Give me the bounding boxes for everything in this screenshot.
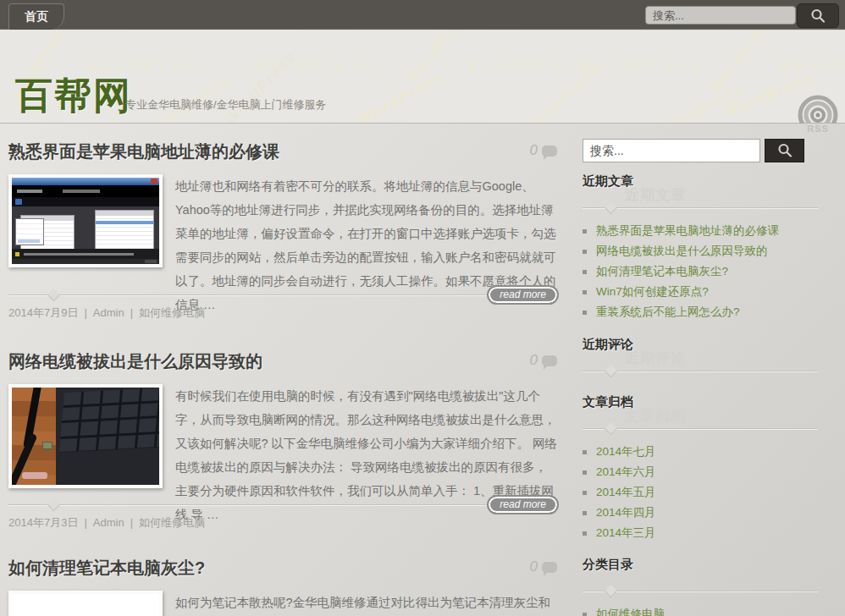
post-date: 2014年7月3日 [8,516,78,529]
rss-label: RSS [796,124,840,134]
post-meta: 2014年7月3日|Admin|如何维修电脑 [8,515,205,531]
square-bullet-icon [583,250,587,254]
comment-count-group[interactable]: 0 [530,558,557,575]
nav-tab-home[interactable]: 首页 [8,3,64,30]
square-bullet-icon [583,531,587,536]
widget-divider [583,428,818,429]
list-item: Win7如何创建还原点? [583,282,818,302]
widget-title: 近期文章 [583,173,818,190]
list-item: 2014年五月 [583,482,818,503]
post-article: 网络电缆被拔出是什么原因导致的 0 有时候我们在使用电脑的时候，有没有遇到"网络… [8,345,559,548]
list-item: 如何清理笔记本电脑灰尘? [583,261,818,282]
post-author-link[interactable]: Admin [93,306,124,319]
square-bullet-icon [583,613,587,616]
search-icon [809,8,826,25]
topbar-search-button[interactable] [797,3,839,28]
post-title-link[interactable]: 熟悉界面是苹果电脑地址薄的必修课 [8,135,279,163]
wordpress-watermark: WordPress [709,30,779,96]
widget-archives: 文章归档 文章归档 2014年七月 2014年六月 2014年五月 2014年四… [583,394,818,410]
rss-icon [796,93,840,124]
keyboard-photo-mock [12,388,159,485]
widget-divider [583,591,818,591]
recent-post-link[interactable]: 如何清理笔记本电脑灰尘? [596,264,728,279]
read-more-button[interactable]: read more [487,285,559,305]
square-bullet-icon [583,450,587,454]
post-divider: read more [8,294,559,295]
archive-link[interactable]: 2014年四月 [596,505,656,520]
post-thumbnail[interactable] [8,174,163,267]
wordpress-watermark: WordPress [356,69,448,124]
rss-link[interactable]: RSS [796,93,840,137]
post-author-link[interactable]: Admin [93,516,124,529]
nav-tab-home-label: 首页 [25,9,48,25]
archive-link[interactable]: 2014年六月 [596,465,656,480]
post-title-link[interactable]: 如何清理笔记本电脑灰尘? [8,552,205,580]
post-date: 2014年7月9日 [8,306,78,319]
widget-title: 近期评论 [583,337,818,353]
recent-post-link[interactable]: 重装系统后不能上网怎么办? [596,305,740,320]
post-category-link[interactable]: 如何维修电脑 [139,516,205,529]
square-bullet-icon [583,229,587,234]
post-title-link[interactable]: 网络电缆被拔出是什么原因导致的 [8,345,262,373]
widget-title: 文章归档 [583,394,818,410]
wordpress-watermark: WordPress [404,30,479,86]
divider-notch [605,585,618,598]
meta-separator: | [130,306,133,319]
sidebar-search-button[interactable] [765,139,804,162]
top-bar: 首页 [0,0,845,30]
square-bullet-icon [583,311,587,315]
list-item: 重装系统后不能上网怎么办? [583,302,818,322]
divider-notch [605,365,618,378]
comment-count: 0 [530,352,538,369]
wordpress-watermark: WordPress [254,58,378,74]
post-article: 熟悉界面是苹果电脑地址薄的必修课 0 地址簿也和网络有着密不可分的联系。将地址簿… [8,135,559,338]
square-bullet-icon [583,290,587,294]
comment-bubble-icon [542,355,557,366]
widget-divider [583,371,818,371]
recent-post-link[interactable]: Win7如何创建还原点? [596,284,709,300]
comment-count-group[interactable]: 0 [530,352,557,369]
post-thumbnail[interactable] [8,384,163,488]
post-meta: 2014年7月9日|Admin|如何维修电脑 [8,305,205,321]
archive-link[interactable]: 2014年七月 [596,444,656,459]
recent-post-link[interactable]: 网络电缆被拔出是什么原因导致的 [596,244,768,259]
list-item: 熟悉界面是苹果电脑地址薄的必修课 [583,221,818,241]
category-link[interactable]: 如何维修电脑 [596,607,665,616]
divider-notch [605,422,618,436]
widget-categories: 分类目录 分类目录 如何维修电脑 [583,557,818,573]
widget-title: 分类目录 [583,557,818,573]
post-thumbnail[interactable] [8,591,163,616]
archive-link[interactable]: 2014年三月 [596,525,656,541]
read-more-button[interactable]: read more [487,495,559,514]
comment-count: 0 [530,558,538,575]
list-item: 网络电缆被拔出是什么原因导致的 [583,241,818,261]
wordpress-watermark: WordPress [521,62,604,124]
comment-count-group[interactable]: 0 [530,142,557,159]
meta-separator: | [84,306,86,319]
archive-link[interactable]: 2014年五月 [596,485,656,500]
wordpress-watermark: WordPress [468,58,592,74]
meta-separator: | [130,516,133,529]
post-category-link[interactable]: 如何维修电脑 [139,306,205,319]
topbar-search-input[interactable] [645,6,796,25]
site-header: WordPress WordPress WordPress WordPress … [0,30,845,124]
square-bullet-icon [583,511,587,515]
site-title[interactable]: 百帮网 [15,71,132,121]
post-article: 如何清理笔记本电脑灰尘? 0 如何为笔记本散热呢?金华电脑维修通过对比得出为笔记… [8,552,559,616]
square-bullet-icon [583,270,587,274]
list-item: 2014年三月 [583,523,818,543]
post-excerpt: 如何为笔记本散热呢?金华电脑维修通过对比得出为笔记本清理灰尘和重新涂抹 [175,591,558,616]
recent-post-link[interactable]: 熟悉界面是苹果电脑地址薄的必修课 [596,223,779,239]
wordpress-watermark: WordPress [583,58,706,74]
square-bullet-icon [583,491,587,495]
square-bullet-icon [583,470,587,475]
post-divider: read more [8,504,559,505]
divider-notch [605,201,618,215]
sidebar: 近期文章 近期文章 熟悉界面是苹果电脑地址薄的必修课 网络电缆被拔出是什么原因导… [583,124,820,616]
blackberry-screenshot-mock [12,178,159,264]
comment-bubble-icon [542,146,557,157]
search-icon [776,142,793,159]
widget-recent-comments: 近期评论 近期评论 [583,337,818,353]
sidebar-search-input[interactable] [583,139,760,162]
list-item: 如何维修电脑 [583,604,818,616]
